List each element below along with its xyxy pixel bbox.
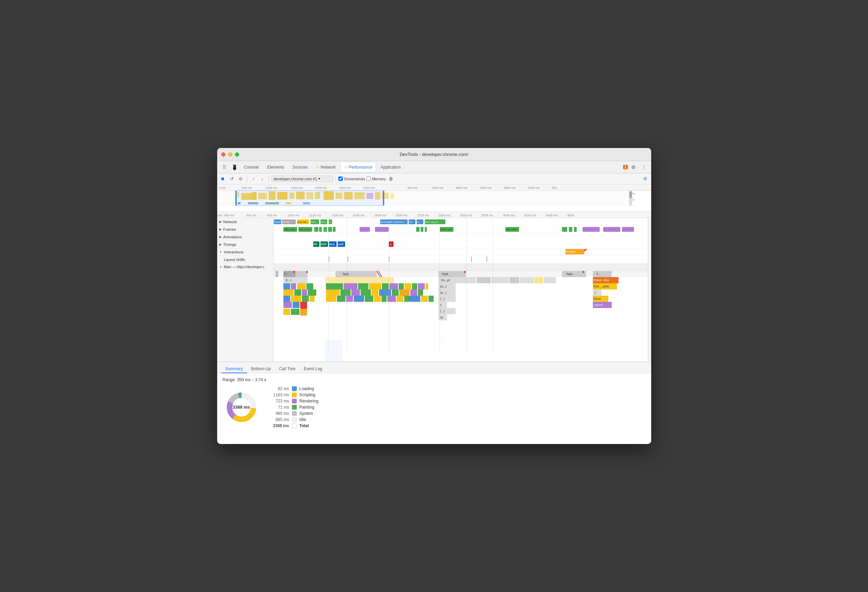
tab-event-log[interactable]: Event Log [300,365,326,373]
svg-rect-157 [464,271,466,273]
svg-rect-216 [412,283,417,290]
svg-rect-101 [375,227,389,232]
svg-rect-234 [354,296,364,302]
track-labels: ▶ Network ▶ Frames ▶ Animations ▶ Timing… [217,218,274,361]
svg-rect-236 [374,296,381,302]
minimize-button[interactable] [228,152,232,157]
painting-color [292,405,297,410]
svg-rect-44 [235,191,237,206]
overview-area[interactable]: 3 ms 826 ms 1326 ms 1826 ms 2326 ms 2826… [217,184,651,212]
svg-rect-246 [491,277,508,283]
svg-text:3026 ms: 3026 ms [503,213,515,217]
svg-rect-115 [274,233,648,241]
bottom-panel: Summary Bottom-Up Call Tree Event Log Ra… [217,361,651,444]
timings-track-label[interactable]: ▶ Timings [217,241,273,248]
svg-text:60.p...: 60.p... [321,221,328,223]
svg-rect-207 [325,277,394,283]
tab-elements[interactable]: Elements [264,163,288,172]
clear-button[interactable]: ⊘ [237,175,245,183]
close-button[interactable] [221,152,226,157]
tab-summary[interactable]: Summary [221,365,247,373]
svg-rect-140 [487,256,487,262]
main-thread-label[interactable]: ▼ Main — https://developer.c [217,263,273,271]
svg-rect-160 [583,271,584,273]
traffic-lights [221,152,239,157]
svg-rect-245 [477,277,491,283]
legend-total: 3388 ms Total [269,423,318,428]
settings-icon[interactable]: ⚙ [629,163,638,172]
svg-rect-113 [603,227,620,232]
svg-rect-112 [583,227,600,232]
svg-rect-141 [274,263,648,271]
svg-rect-99 [333,227,335,232]
devtools-window: DevTools - developer.chrome.com/ ⠿ 📱 Con… [217,148,651,444]
svg-text:(a...): (a...) [440,291,447,294]
tab-call-tree[interactable]: Call Tree [275,365,300,373]
svg-rect-129 [274,248,648,256]
maximize-button[interactable] [235,152,239,157]
svg-text:700.5 ms: 700.5 ms [506,228,517,231]
svg-text:Run ...asks: Run ...asks [593,285,609,288]
tab-sources[interactable]: Sources [289,163,311,172]
svg-text:ie...: ie... [417,221,421,223]
rendering-color [292,399,297,404]
svg-rect-43 [236,191,384,206]
svg-rect-213 [390,283,398,290]
upload-button[interactable]: ↑ [250,175,257,183]
tab-bottom-up[interactable]: Bottom-Up [247,365,275,373]
svg-rect-205 [291,309,300,315]
window-title: DevTools - developer.chrome.com/ [400,152,468,157]
svg-rect-217 [418,283,425,290]
download-button[interactable]: ↓ [259,175,266,183]
settings-panel-icon[interactable]: ⚙ [642,175,649,183]
timeline-scrollbar[interactable] [648,218,651,361]
cursor-icon[interactable]: ⠿ [220,163,229,172]
svg-rect-190 [291,283,296,290]
tab-right-icons: 1 ⚙ ⋮ [623,163,648,172]
svg-rect-111 [574,227,577,232]
tracks-visualization[interactable]: Network extras... icon-ba... 2d.s... 60.… [274,218,648,361]
device-toolbar-icon[interactable]: 📱 [230,163,239,172]
svg-text:t...: t... [329,221,332,223]
reload-record-button[interactable]: ↺ [228,175,236,183]
more-options-icon[interactable]: ⋮ [639,163,648,172]
svg-text:2626 ms: 2626 ms [460,213,472,217]
layout-shifts-label[interactable]: Layout shifts [217,256,273,263]
total-color [292,423,297,428]
tab-network[interactable]: Network [313,163,339,172]
garbage-collect-icon[interactable]: 🗑 [387,175,394,183]
svg-text:150.3 ms: 150.3 ms [284,228,295,231]
memory-checkbox[interactable]: Memory [366,176,386,181]
time-ruler-detail: ms 426 ms 626 ms 826 ms 1026 ms 1226 ms … [217,212,651,218]
svg-text:c: c [440,303,442,306]
svg-text:5326 ms: 5326 ms [480,186,492,189]
svg-text:1226 ms: 1226 ms [309,213,321,217]
svg-text:4826 ms: 4826 ms [456,186,468,189]
tab-performance[interactable]: Performance [341,163,376,172]
svg-rect-204 [283,309,290,315]
svg-rect-149 [293,271,295,273]
svg-rect-102 [416,227,419,232]
legend-painting: 71 ms Painting [269,405,318,410]
animations-track-label[interactable]: ▶ Animations [217,233,273,241]
svg-rect-134 [274,256,648,263]
tab-console[interactable]: Console [241,163,263,172]
network-track-label[interactable]: ▶ Network [217,218,273,226]
svg-rect-250 [544,277,556,283]
svg-rect-139 [471,256,472,262]
record-button[interactable]: ⏺ [219,175,227,183]
svg-rect-151 [335,271,377,277]
svg-rect-97 [323,227,327,232]
interactions-track-label[interactable]: ▼ Interactions [217,248,273,256]
svg-rect-137 [348,256,348,262]
svg-rect-194 [294,290,301,296]
svg-rect-47 [629,191,632,198]
svg-text:826 ms: 826 ms [242,186,252,189]
svg-rect-189 [283,283,290,290]
frames-track-label[interactable]: ▶ Frames [217,226,273,233]
tab-application[interactable]: Application [377,163,404,172]
screenshots-checkbox[interactable]: Screenshots [338,176,365,181]
svg-text:6326 ms: 6326 ms [528,186,540,189]
url-display: developer.chrome.com #1 ▾ [272,176,333,182]
svg-rect-227 [410,290,417,296]
